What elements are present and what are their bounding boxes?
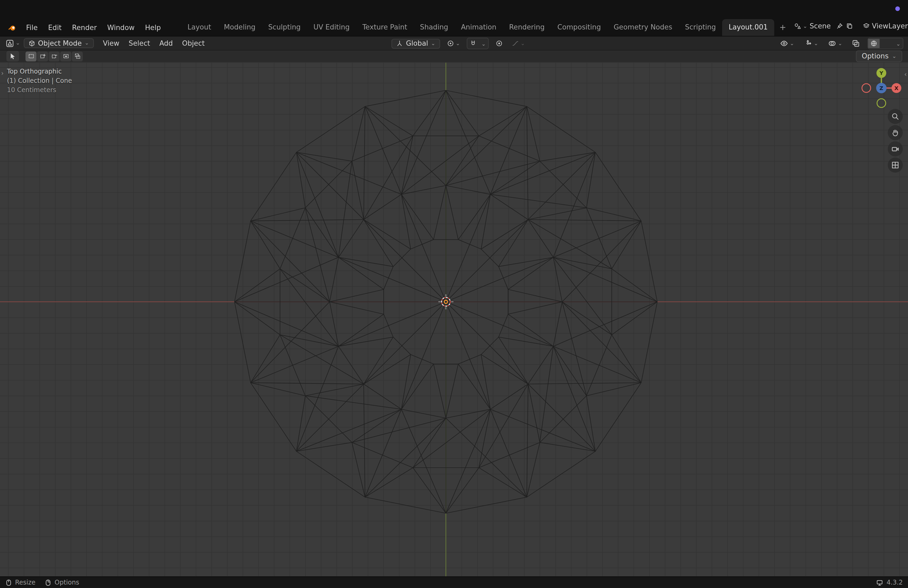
scene-name: Scene	[810, 22, 831, 30]
mouse-left-icon	[5, 579, 12, 586]
chevron-down-icon: ⌄	[431, 41, 435, 46]
mouse-right-icon	[45, 579, 52, 586]
viewport-nav-buttons	[888, 109, 903, 172]
menu-help[interactable]: Help	[140, 21, 166, 35]
cone-wireframe-mesh	[0, 63, 908, 577]
tab-texture-paint[interactable]: Texture Paint	[356, 19, 414, 36]
menu-file[interactable]: File	[21, 21, 43, 35]
xray-icon	[852, 39, 860, 48]
blender-logo[interactable]	[5, 20, 19, 36]
gizmos-dropdown[interactable]: ⌄	[802, 38, 820, 48]
editor-type-button[interactable]: ⌄	[3, 38, 22, 48]
options-label: Options	[862, 52, 889, 60]
select-extend-icon	[39, 53, 46, 60]
tab-compositing[interactable]: Compositing	[551, 19, 607, 36]
gizmo-x-label: X	[895, 85, 898, 91]
xray-toggle-button[interactable]	[850, 38, 863, 48]
snap-settings-button[interactable]: ⌄	[479, 38, 488, 48]
shading-mode-switch: ⌄	[868, 38, 903, 49]
scene-selector[interactable]: ⌄ Scene	[791, 21, 833, 31]
menu-select[interactable]: Select	[124, 37, 155, 49]
select-subtract-icon	[51, 53, 58, 60]
proportional-falloff-dropdown[interactable]: ⌄	[509, 39, 527, 48]
object-visibility-dropdown[interactable]: ⌄	[778, 38, 797, 48]
viewport-options-button[interactable]: Options ⌄	[856, 50, 902, 62]
menu-window[interactable]: Window	[102, 21, 140, 35]
chevron-down-icon: ⌄	[521, 41, 525, 46]
tab-scripting[interactable]: Scripting	[679, 19, 722, 36]
shading-material-button[interactable]	[885, 42, 889, 45]
tab-shading[interactable]: Shading	[414, 19, 454, 36]
select-invert-icon	[62, 53, 69, 60]
tab-rendering[interactable]: Rendering	[503, 19, 551, 36]
gizmo-y-neg-axis[interactable]	[877, 99, 886, 108]
navigation-gizmo[interactable]: Y X Z	[860, 67, 902, 109]
menu-object[interactable]: Object	[177, 37, 209, 49]
tab-sculpting[interactable]: Sculpting	[262, 19, 307, 36]
statusbar-hint-resize: Resize	[5, 579, 35, 586]
menu-render[interactable]: Render	[67, 21, 102, 35]
add-workspace-button[interactable]: +	[774, 20, 791, 36]
camera-view-button[interactable]	[888, 141, 903, 156]
tab-layout[interactable]: Layout	[181, 19, 217, 36]
grid-icon	[891, 161, 900, 169]
tab-geometry-nodes[interactable]: Geometry Nodes	[607, 19, 679, 36]
proportional-editing-button[interactable]	[493, 39, 505, 48]
select-mode-new-button[interactable]	[26, 51, 36, 61]
chevron-down-icon: ⌄	[16, 40, 20, 46]
viewport-header: ⌄ Object Mode ⌄ ViewSelectAddObject Glob…	[0, 36, 908, 50]
copy-icon[interactable]	[846, 23, 853, 29]
pivot-point-dropdown[interactable]: ⌄	[445, 39, 462, 48]
gizmo-x-neg-axis[interactable]	[862, 84, 871, 92]
menu-add[interactable]: Add	[155, 37, 178, 49]
tab-uv-editing[interactable]: UV Editing	[307, 19, 356, 36]
visibility-eye-icon	[780, 39, 788, 48]
layers-icon	[863, 23, 869, 29]
shading-solid-button[interactable]	[880, 42, 884, 45]
shading-wireframe-button[interactable]	[868, 39, 880, 48]
viewport-3d[interactable]: Top Orthographic (1) Collection | Cone 1…	[0, 63, 908, 577]
select-mode-subtract-button[interactable]	[48, 51, 60, 61]
select-mode-intersect-button[interactable]	[72, 51, 82, 61]
zoom-button[interactable]	[888, 109, 903, 124]
tab-layout-001[interactable]: Layout.001	[723, 19, 774, 36]
proportional-editing-icon	[496, 40, 502, 47]
hint-label: Resize	[15, 579, 35, 586]
hand-icon	[891, 129, 900, 137]
tab-modeling[interactable]: Modeling	[217, 19, 262, 36]
toolbar-toggle-arrow[interactable]: ›	[1, 69, 4, 77]
scene-viewlayer-area: ⌄ Scene ViewLayer ✕	[791, 18, 908, 36]
snap-toggle-button[interactable]	[467, 39, 479, 48]
active-tool-button[interactable]	[6, 50, 19, 62]
magnifier-icon	[891, 112, 900, 121]
menu-view[interactable]: View	[98, 37, 124, 49]
sidebar-toggle-arrow[interactable]: ‹	[904, 71, 907, 78]
orientation-dropdown[interactable]: Global ⌄	[391, 39, 440, 48]
perspective-toggle-button[interactable]	[888, 158, 903, 172]
main-menus: FileEditRenderWindowHelp	[21, 20, 166, 36]
pin-icon[interactable]	[836, 23, 843, 29]
topbar: FileEditRenderWindowHelp LayoutModelingS…	[0, 0, 908, 36]
editor-3d-viewport-icon	[6, 39, 14, 47]
gizmo-z-label: Z	[880, 85, 883, 91]
mode-dropdown[interactable]: Object Mode ⌄	[23, 38, 93, 48]
view-layer-selector[interactable]: ViewLayer	[860, 21, 908, 31]
gizmo-y-label: Y	[879, 70, 884, 76]
statusbar-right: 4.3.2	[876, 579, 903, 586]
menu-edit[interactable]: Edit	[43, 21, 67, 35]
shading-settings-button[interactable]: ⌄	[894, 38, 903, 48]
select-mode-extend-button[interactable]	[37, 51, 48, 61]
view-name-label: Top Orthographic	[7, 67, 72, 76]
tab-animation[interactable]: Animation	[454, 19, 502, 36]
shading-rendered-button[interactable]	[889, 42, 894, 45]
pan-button[interactable]	[888, 125, 903, 140]
overlays-dropdown[interactable]: ⌄	[826, 38, 845, 48]
mode-label: Object Mode	[38, 39, 82, 47]
version-label: 4.3.2	[887, 579, 903, 586]
snap-controls: ⌄	[467, 38, 489, 49]
select-mode-invert-button[interactable]	[60, 51, 71, 61]
notification-dot	[895, 6, 900, 11]
network-status-icon	[876, 579, 883, 586]
viewport-overlay-text: Top Orthographic (1) Collection | Cone 1…	[7, 67, 72, 95]
chevron-down-icon: ⌄	[790, 41, 794, 46]
